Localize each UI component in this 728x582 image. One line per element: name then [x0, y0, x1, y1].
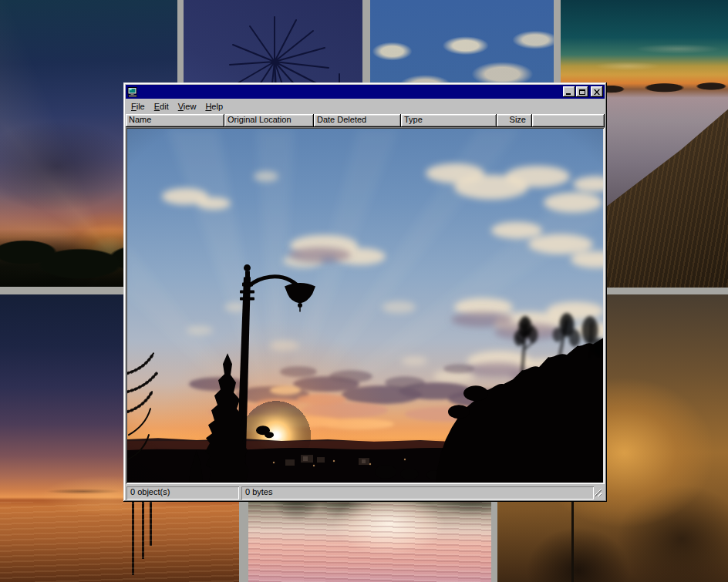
desktop: { "colors": { "titlebar_blue": "#000080"…: [0, 0, 728, 582]
sunset-street-lamp-photo: [127, 129, 603, 483]
water-pole-silhouette: [150, 500, 152, 547]
title-bar[interactable]: [126, 85, 605, 99]
menu-file[interactable]: File: [126, 100, 150, 113]
column-header-filler: [532, 114, 605, 127]
sunset-photo-graphic: [127, 129, 603, 483]
status-object-count: 0 object(s): [126, 486, 239, 500]
minimize-button[interactable]: [563, 86, 575, 97]
menu-bar: File Edit View Help: [126, 99, 605, 114]
recycle-bin-window: File Edit View Help Name Original Locati…: [123, 82, 607, 502]
computer-icon: [127, 86, 138, 97]
column-header-type[interactable]: Type: [401, 114, 497, 127]
status-total-size: 0 bytes: [241, 486, 594, 500]
close-icon: [594, 89, 600, 95]
column-header-size[interactable]: Size: [497, 114, 532, 127]
maximize-button[interactable]: [576, 86, 588, 97]
menu-edit[interactable]: Edit: [150, 100, 174, 113]
maximize-icon: [579, 89, 585, 95]
list-column-headers: Name Original Location Date Deleted Type…: [126, 114, 605, 127]
list-view-content[interactable]: [126, 127, 605, 484]
menu-view[interactable]: View: [174, 100, 201, 113]
water-pole-silhouette: [142, 499, 144, 559]
water-pole-silhouette: [132, 497, 134, 575]
menu-help[interactable]: Help: [201, 100, 228, 113]
status-bar: 0 object(s) 0 bytes: [126, 484, 605, 500]
minimize-icon: [566, 89, 572, 95]
close-button[interactable]: [591, 86, 603, 97]
column-header-date-deleted[interactable]: Date Deleted: [314, 114, 401, 127]
column-header-original-location[interactable]: Original Location: [224, 114, 314, 127]
resize-grip[interactable]: [593, 488, 602, 496]
column-header-name[interactable]: Name: [126, 114, 224, 127]
